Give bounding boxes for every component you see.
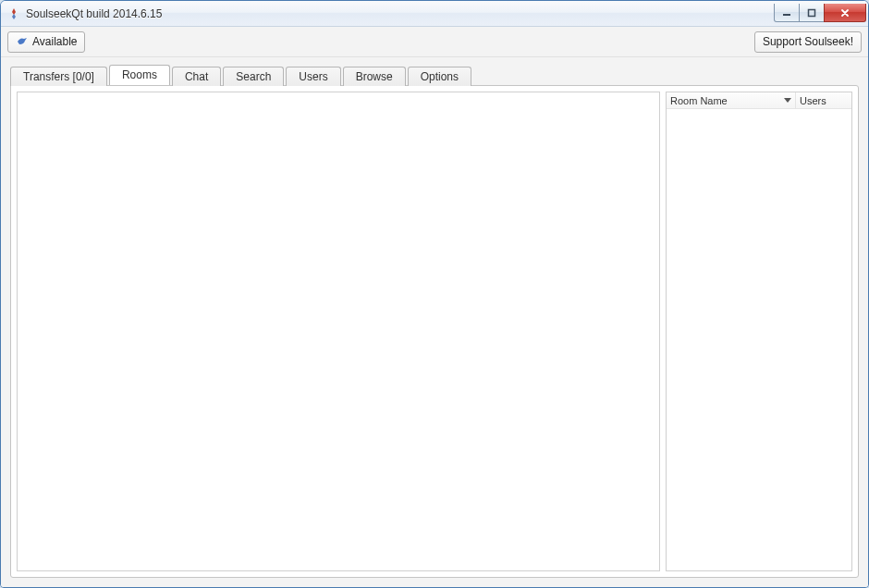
tab-strip: Transfers [0/0] Rooms Chat Search Users …	[10, 65, 859, 85]
room-list-body[interactable]	[667, 109, 851, 570]
sort-indicator-icon	[784, 98, 791, 103]
window-controls	[775, 4, 866, 22]
rooms-main-panel	[17, 92, 660, 571]
tab-transfers[interactable]: Transfers [0/0]	[10, 67, 107, 86]
column-users[interactable]: Users	[796, 92, 851, 108]
svg-rect-0	[783, 14, 790, 16]
support-label: Support Soulseek!	[763, 35, 853, 48]
status-label: Available	[32, 35, 77, 48]
minimize-button[interactable]	[774, 4, 800, 22]
main-tabs-area: Transfers [0/0] Rooms Chat Search Users …	[1, 57, 868, 587]
rooms-tab-content: Room Name Users	[10, 85, 859, 578]
tab-chat[interactable]: Chat	[172, 67, 221, 86]
app-icon	[6, 6, 21, 21]
support-soulseek-button[interactable]: Support Soulseek!	[754, 31, 862, 53]
svg-rect-1	[809, 9, 815, 16]
tab-users[interactable]: Users	[286, 67, 340, 86]
title-bar: SoulseekQt build 2014.6.15	[1, 1, 868, 27]
window-title: SoulseekQt build 2014.6.15	[26, 7, 775, 20]
tab-search[interactable]: Search	[223, 67, 284, 86]
room-list-panel: Room Name Users	[666, 92, 852, 571]
bird-icon	[16, 35, 29, 48]
maximize-button[interactable]	[799, 4, 825, 22]
column-room-name[interactable]: Room Name	[667, 92, 796, 108]
toolbar: Available Support Soulseek!	[1, 27, 868, 57]
status-available-button[interactable]: Available	[7, 31, 85, 53]
column-room-name-label: Room Name	[670, 95, 728, 106]
tab-rooms[interactable]: Rooms	[109, 65, 170, 85]
column-users-label: Users	[800, 95, 826, 106]
app-window: SoulseekQt build 2014.6.15 Available	[0, 0, 869, 588]
close-button[interactable]	[824, 4, 866, 22]
room-list-header: Room Name Users	[667, 92, 851, 109]
tab-options[interactable]: Options	[408, 67, 471, 86]
tab-browse[interactable]: Browse	[343, 67, 406, 86]
